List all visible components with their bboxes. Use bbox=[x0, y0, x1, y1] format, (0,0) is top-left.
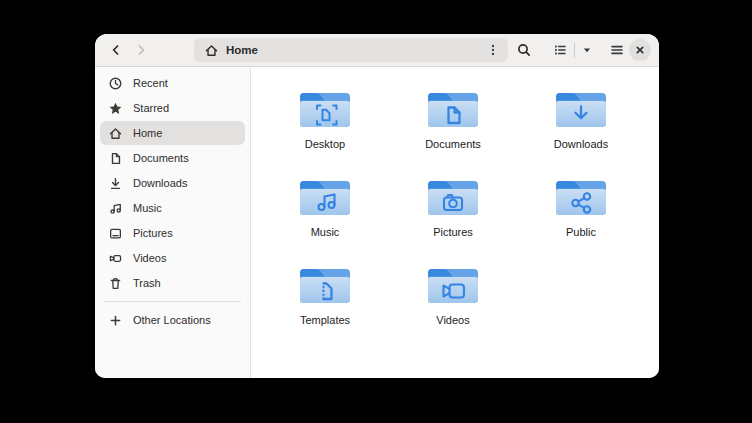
pathbar[interactable]: Home bbox=[194, 38, 508, 62]
music-icon bbox=[108, 201, 123, 216]
folder-icon bbox=[426, 264, 480, 308]
folder-icon bbox=[426, 176, 480, 220]
sidebar-item-label: Other Locations bbox=[133, 314, 211, 326]
folder-icon bbox=[554, 176, 608, 220]
folder-desktop[interactable]: Desktop bbox=[261, 80, 389, 168]
folder-name: Videos bbox=[436, 314, 469, 326]
sidebar-item-label: Downloads bbox=[133, 177, 187, 189]
main-menu-button[interactable] bbox=[604, 37, 629, 63]
back-button[interactable] bbox=[103, 37, 128, 63]
folder-icon bbox=[554, 88, 608, 132]
sidebar-item-music[interactable]: Music bbox=[100, 196, 245, 220]
folder-name: Templates bbox=[300, 314, 350, 326]
sidebar-item-label: Videos bbox=[133, 252, 166, 264]
sidebar-item-label: Recent bbox=[133, 77, 168, 89]
download-icon bbox=[108, 176, 123, 191]
folder-name: Desktop bbox=[305, 138, 345, 150]
kebab-icon bbox=[485, 42, 501, 58]
view-switcher bbox=[547, 37, 598, 63]
sidebar-item-label: Home bbox=[133, 127, 162, 139]
forward-button[interactable] bbox=[128, 37, 153, 63]
home-icon bbox=[108, 126, 123, 141]
caret-down-icon bbox=[580, 43, 594, 57]
sidebar-item-home[interactable]: Home bbox=[100, 121, 245, 145]
folder-icon bbox=[426, 88, 480, 132]
back-icon bbox=[108, 42, 124, 58]
home-icon bbox=[204, 43, 219, 58]
folder-documents[interactable]: Documents bbox=[389, 80, 517, 168]
folder-music[interactable]: Music bbox=[261, 168, 389, 256]
close-icon bbox=[632, 42, 648, 58]
trash-icon bbox=[108, 276, 123, 291]
star-icon bbox=[108, 101, 123, 116]
sidebar-item-starred[interactable]: Starred bbox=[100, 96, 245, 120]
sidebar-item-label: Pictures bbox=[133, 227, 173, 239]
sidebar-item-other-locations[interactable]: Other Locations bbox=[100, 308, 245, 332]
desktop-background: Home bbox=[0, 0, 752, 423]
sidebar: Recent Starred Home Documents Downloads bbox=[95, 67, 251, 378]
clock-icon bbox=[108, 76, 123, 91]
folder-videos[interactable]: Videos bbox=[389, 256, 517, 344]
current-location-label: Home bbox=[226, 44, 258, 56]
folder-icon bbox=[298, 176, 352, 220]
folder-name: Pictures bbox=[433, 226, 473, 238]
sidebar-item-label: Trash bbox=[133, 277, 161, 289]
folder-name: Downloads bbox=[554, 138, 608, 150]
file-grid: Desktop Documents bbox=[251, 67, 659, 378]
sidebar-item-trash[interactable]: Trash bbox=[100, 271, 245, 295]
plus-icon bbox=[108, 313, 123, 328]
sidebar-item-videos[interactable]: Videos bbox=[100, 246, 245, 270]
video-icon bbox=[108, 251, 123, 266]
list-view-button[interactable] bbox=[547, 37, 573, 63]
sidebar-item-pictures[interactable]: Pictures bbox=[100, 221, 245, 245]
sidebar-item-recent[interactable]: Recent bbox=[100, 71, 245, 95]
headerbar: Home bbox=[95, 34, 659, 67]
forward-icon bbox=[133, 42, 149, 58]
folder-icon bbox=[298, 264, 352, 308]
folder-name: Public bbox=[566, 226, 596, 238]
view-switcher-divider bbox=[574, 43, 575, 58]
folder-icon bbox=[298, 88, 352, 132]
folder-templates[interactable]: Templates bbox=[261, 256, 389, 344]
sidebar-item-label: Documents bbox=[133, 152, 189, 164]
hamburger-icon bbox=[609, 42, 625, 58]
sidebar-separator bbox=[104, 301, 241, 302]
sidebar-item-label: Music bbox=[133, 202, 162, 214]
search-button[interactable] bbox=[512, 37, 537, 63]
folder-downloads[interactable]: Downloads bbox=[517, 80, 645, 168]
location-menu-button[interactable] bbox=[482, 40, 504, 60]
sidebar-item-documents[interactable]: Documents bbox=[100, 146, 245, 170]
sidebar-item-downloads[interactable]: Downloads bbox=[100, 171, 245, 195]
document-icon bbox=[108, 151, 123, 166]
folder-public[interactable]: Public bbox=[517, 168, 645, 256]
view-options-button[interactable] bbox=[576, 37, 598, 63]
close-window-button[interactable] bbox=[629, 39, 651, 61]
picture-icon bbox=[108, 226, 123, 241]
folder-pictures[interactable]: Pictures bbox=[389, 168, 517, 256]
folder-name: Documents bbox=[425, 138, 481, 150]
files-window: Home bbox=[95, 34, 659, 378]
folder-name: Music bbox=[311, 226, 340, 238]
sidebar-item-label: Starred bbox=[133, 102, 169, 114]
list-view-icon bbox=[552, 42, 568, 58]
search-icon bbox=[516, 42, 532, 58]
